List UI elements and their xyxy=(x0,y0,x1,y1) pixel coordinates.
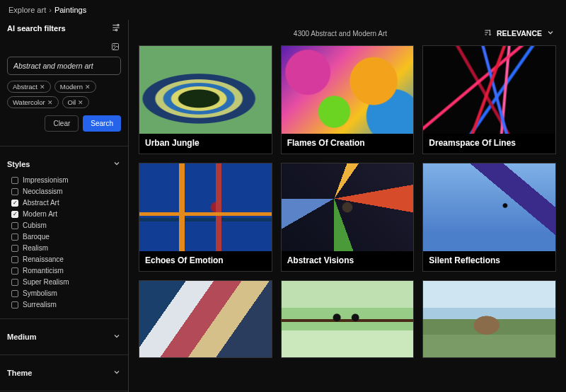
style-option-label: Abstract Art xyxy=(23,199,59,207)
artwork-card[interactable]: Flames Of Creation xyxy=(281,45,415,154)
artwork-thumbnail[interactable] xyxy=(282,163,414,251)
checkbox-icon[interactable] xyxy=(11,200,18,207)
style-option-label: Modern Art xyxy=(23,210,57,218)
style-option-label: Impressionism xyxy=(23,176,68,184)
close-icon[interactable]: ✕ xyxy=(78,99,83,106)
style-option[interactable]: Impressionism xyxy=(11,176,121,184)
facet-theme-header[interactable]: Theme xyxy=(7,362,121,384)
artwork-title: Abstract Visions xyxy=(282,251,414,271)
filter-sidebar: AI search filters Abstract✕Modern✕Waterc… xyxy=(0,20,129,392)
style-option[interactable]: Symbolism xyxy=(11,289,121,297)
svg-point-0 xyxy=(117,24,119,25)
checkbox-icon[interactable] xyxy=(11,301,18,309)
checkbox-icon[interactable] xyxy=(11,256,18,263)
image-search-icon[interactable] xyxy=(111,42,120,52)
artwork-thumbnail[interactable] xyxy=(139,281,272,357)
artwork-card[interactable] xyxy=(139,280,272,358)
style-option[interactable]: Modern Art xyxy=(11,210,121,218)
sort-label: RELEVANCE xyxy=(497,29,542,38)
sliders-icon[interactable] xyxy=(111,23,121,34)
artwork-card[interactable]: Dreamspace Of Lines xyxy=(422,45,556,154)
artwork-title: Echoes Of Emotion xyxy=(139,251,272,271)
style-option-label: Realism xyxy=(23,244,48,252)
clear-button[interactable]: Clear xyxy=(45,115,79,132)
result-count: 4300 Abstract and Modern Art xyxy=(197,30,484,38)
checkbox-icon[interactable] xyxy=(11,222,18,229)
checkbox-icon[interactable] xyxy=(11,234,18,241)
style-option-label: Romanticism xyxy=(23,267,64,275)
breadcrumb-root[interactable]: Explore art xyxy=(8,6,46,14)
artwork-thumbnail[interactable] xyxy=(423,46,555,134)
facet-medium-header[interactable]: Medium xyxy=(7,326,121,347)
search-button[interactable]: Search xyxy=(83,115,121,132)
chip-label: Watercolor xyxy=(13,98,45,106)
artwork-title: Silent Reflections xyxy=(423,251,555,271)
style-option[interactable]: Realism xyxy=(11,244,121,252)
close-icon[interactable]: ✕ xyxy=(85,83,91,91)
style-option[interactable]: Cubism xyxy=(11,221,121,229)
filter-chip[interactable]: Abstract✕ xyxy=(7,81,51,93)
filters-title: AI search filters xyxy=(7,24,66,33)
chevron-down-icon xyxy=(546,28,555,38)
close-icon[interactable]: ✕ xyxy=(47,99,53,106)
artwork-thumbnail[interactable] xyxy=(423,163,555,251)
style-option[interactable]: Romanticism xyxy=(11,267,121,275)
artwork-card[interactable]: Silent Reflections xyxy=(422,163,556,272)
style-option[interactable]: Neoclassism xyxy=(11,188,121,195)
sort-icon xyxy=(484,28,492,38)
close-icon[interactable]: ✕ xyxy=(40,83,45,91)
results-panel: 4300 Abstract and Modern Art RELEVANCE U… xyxy=(129,20,566,392)
style-option-label: Super Realism xyxy=(23,278,69,286)
style-option[interactable]: Super Realism xyxy=(11,278,121,286)
filter-chip[interactable]: Watercolor✕ xyxy=(7,96,59,108)
checkbox-icon[interactable] xyxy=(11,188,18,195)
filter-chip[interactable]: Oil✕ xyxy=(62,96,90,108)
sort-dropdown[interactable]: RELEVANCE xyxy=(484,28,555,38)
style-option-label: Surrealism xyxy=(23,301,57,309)
artwork-thumbnail[interactable] xyxy=(139,163,272,251)
svg-point-3 xyxy=(114,45,115,47)
style-option[interactable]: Surrealism xyxy=(11,301,121,309)
checkbox-icon[interactable] xyxy=(11,290,18,297)
search-input[interactable] xyxy=(7,57,121,75)
artwork-card[interactable]: Urban Jungle xyxy=(139,45,272,154)
facet-styles-header[interactable]: Styles xyxy=(7,154,121,175)
chip-label: Abstract xyxy=(13,83,37,91)
artwork-title: Flames Of Creation xyxy=(282,134,414,154)
style-option-label: Neoclassism xyxy=(23,188,63,195)
breadcrumb: Explore art › Paintings xyxy=(0,0,566,20)
chevron-down-icon xyxy=(112,368,121,378)
svg-point-1 xyxy=(115,29,117,30)
chip-label: Oil xyxy=(68,98,76,106)
artwork-card[interactable] xyxy=(422,280,556,358)
style-option[interactable]: Baroque xyxy=(11,233,121,241)
chevron-down-icon xyxy=(112,159,121,169)
checkbox-icon[interactable] xyxy=(11,211,18,218)
facet-label: Medium xyxy=(7,333,37,341)
facet-label: Styles xyxy=(7,160,30,168)
checkbox-icon[interactable] xyxy=(11,177,18,184)
style-option[interactable]: Abstract Art xyxy=(11,199,121,207)
artwork-thumbnail[interactable] xyxy=(282,281,414,357)
facet-label: Theme xyxy=(7,369,32,377)
artwork-thumbnail[interactable] xyxy=(139,46,272,134)
style-option-label: Cubism xyxy=(23,221,47,229)
style-option[interactable]: Renaissance xyxy=(11,255,121,263)
chevron-right-icon: › xyxy=(49,6,52,14)
artwork-thumbnail[interactable] xyxy=(423,281,555,357)
breadcrumb-current: Paintings xyxy=(54,6,86,14)
chip-label: Modern xyxy=(60,83,83,91)
artwork-title: Urban Jungle xyxy=(139,134,272,154)
artwork-card[interactable] xyxy=(281,280,415,358)
chevron-down-icon xyxy=(112,332,121,342)
filter-chip[interactable]: Modern✕ xyxy=(54,81,96,93)
artwork-thumbnail[interactable] xyxy=(282,46,414,134)
style-option-label: Symbolism xyxy=(23,289,57,297)
artwork-card[interactable]: Abstract Visions xyxy=(281,163,415,272)
checkbox-icon[interactable] xyxy=(11,267,18,275)
checkbox-icon[interactable] xyxy=(11,279,18,286)
artwork-title: Dreamspace Of Lines xyxy=(423,134,555,154)
style-option-label: Baroque xyxy=(23,233,50,241)
checkbox-icon[interactable] xyxy=(11,245,18,252)
artwork-card[interactable]: Echoes Of Emotion xyxy=(139,163,272,272)
